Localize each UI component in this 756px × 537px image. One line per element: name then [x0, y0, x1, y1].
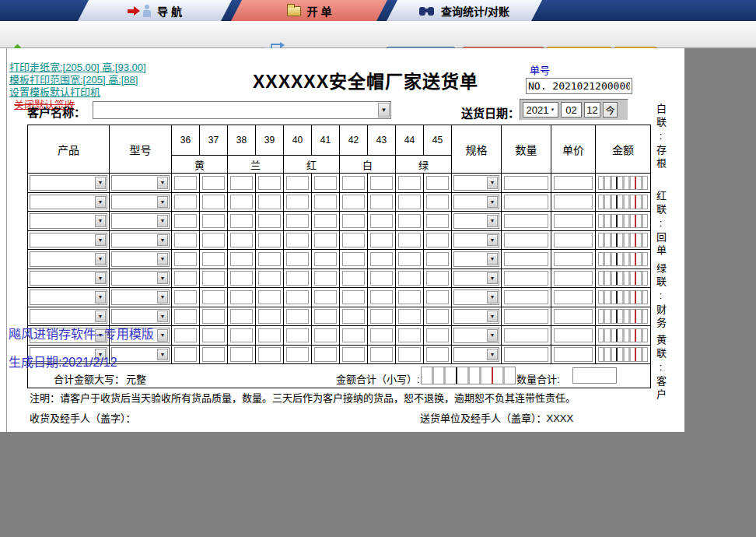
size-qty-input[interactable] — [286, 271, 309, 286]
size-qty-input[interactable] — [230, 176, 253, 191]
product-combo[interactable]: ▼ — [30, 251, 107, 267]
customer-combo[interactable]: ▼ — [93, 101, 391, 119]
product-combo[interactable]: ▼ — [30, 290, 107, 305]
model-combo[interactable]: ▼ — [111, 251, 170, 267]
size-qty-input[interactable] — [398, 233, 421, 247]
chevron-down-icon[interactable]: ▼ — [95, 311, 106, 323]
qty-input[interactable] — [504, 309, 548, 324]
spec-combo[interactable]: ▼ — [453, 309, 499, 325]
size-qty-input[interactable] — [286, 195, 309, 209]
size-qty-input[interactable] — [398, 328, 421, 343]
tab-billing[interactable]: 开 单 — [231, 0, 387, 21]
size-qty-input[interactable] — [286, 252, 309, 267]
qty-input[interactable] — [504, 252, 548, 267]
size-qty-input[interactable] — [314, 233, 337, 247]
product-combo[interactable]: ▼ — [30, 233, 107, 248]
price-input[interactable] — [554, 214, 593, 229]
qty-input[interactable] — [504, 290, 548, 305]
size-qty-input[interactable] — [314, 328, 337, 343]
model-combo[interactable]: ▼ — [111, 233, 170, 248]
size-qty-input[interactable] — [202, 195, 225, 209]
size-qty-input[interactable] — [426, 214, 449, 229]
size-qty-input[interactable] — [230, 347, 253, 362]
product-combo[interactable]: ▼ — [30, 175, 107, 191]
size-qty-input[interactable] — [202, 176, 225, 191]
size-qty-input[interactable] — [342, 309, 365, 324]
qty-input[interactable] — [504, 195, 548, 209]
chevron-down-icon[interactable]: ▼ — [157, 177, 168, 189]
size-qty-input[interactable] — [314, 271, 337, 286]
chevron-down-icon[interactable]: ▼ — [487, 349, 498, 361]
spec-combo[interactable]: ▼ — [453, 271, 499, 286]
size-qty-input[interactable] — [286, 214, 309, 229]
price-input[interactable] — [554, 233, 593, 247]
size-qty-input[interactable] — [258, 176, 281, 191]
spec-combo[interactable]: ▼ — [453, 195, 499, 210]
size-qty-input[interactable] — [398, 309, 421, 324]
size-qty-input[interactable] — [314, 347, 337, 362]
size-qty-input[interactable] — [230, 233, 253, 247]
size-qty-input[interactable] — [202, 328, 225, 343]
size-qty-input[interactable] — [230, 252, 253, 267]
size-qty-input[interactable] — [314, 195, 337, 209]
spec-combo[interactable]: ▼ — [453, 213, 499, 229]
size-qty-input[interactable] — [426, 271, 449, 286]
size-qty-input[interactable] — [314, 309, 337, 324]
size-qty-input[interactable] — [370, 328, 393, 343]
size-qty-input[interactable] — [258, 271, 281, 286]
size-qty-input[interactable] — [370, 233, 393, 247]
chevron-down-icon[interactable]: ▼ — [487, 291, 498, 304]
size-qty-input[interactable] — [286, 309, 309, 324]
size-qty-input[interactable] — [370, 214, 393, 229]
chevron-down-icon[interactable]: ▼ — [95, 177, 106, 189]
spec-combo[interactable]: ▼ — [453, 233, 499, 248]
size-qty-input[interactable] — [230, 271, 253, 286]
date-month-field[interactable]: 02 — [561, 102, 582, 118]
price-input[interactable] — [554, 347, 593, 362]
size-qty-input[interactable] — [258, 347, 281, 362]
size-qty-input[interactable] — [398, 290, 421, 305]
chevron-down-icon[interactable]: ▼ — [157, 234, 168, 247]
size-qty-input[interactable] — [258, 195, 281, 209]
size-qty-input[interactable] — [370, 195, 393, 209]
chevron-down-icon[interactable]: ▼ — [157, 349, 168, 361]
model-combo[interactable]: ▼ — [111, 195, 170, 210]
price-input[interactable] — [554, 195, 593, 209]
product-combo[interactable]: ▼ — [30, 309, 107, 325]
chevron-down-icon[interactable]: ▼ — [487, 177, 498, 189]
size-qty-input[interactable] — [342, 214, 365, 229]
price-input[interactable] — [554, 290, 593, 305]
size-qty-input[interactable] — [230, 214, 253, 229]
chevron-down-icon[interactable]: ▼ — [95, 253, 106, 265]
chevron-down-icon[interactable]: ▼ — [487, 329, 498, 342]
size-qty-input[interactable] — [174, 176, 197, 191]
chevron-down-icon[interactable]: ▼ — [487, 311, 498, 323]
chevron-down-icon[interactable]: ▼ — [95, 215, 106, 227]
qty-total-input[interactable] — [572, 367, 617, 384]
size-qty-input[interactable] — [174, 252, 197, 267]
size-qty-input[interactable] — [174, 271, 197, 286]
chevron-down-icon[interactable]: ▼ — [378, 103, 390, 118]
today-button[interactable]: 今 — [603, 102, 618, 118]
chevron-down-icon[interactable]: ▼ — [95, 196, 106, 209]
date-year-select[interactable]: 2021▼ — [523, 102, 558, 118]
price-input[interactable] — [554, 271, 593, 286]
size-qty-input[interactable] — [174, 233, 197, 247]
size-qty-input[interactable] — [202, 271, 225, 286]
chevron-down-icon[interactable]: ▼ — [487, 234, 498, 247]
size-qty-input[interactable] — [286, 328, 309, 343]
chevron-down-icon[interactable]: ▼ — [487, 253, 498, 265]
size-qty-input[interactable] — [202, 347, 225, 362]
size-qty-input[interactable] — [370, 176, 393, 191]
size-qty-input[interactable] — [370, 309, 393, 324]
size-qty-input[interactable] — [202, 290, 225, 305]
size-qty-input[interactable] — [398, 214, 421, 229]
size-qty-input[interactable] — [426, 195, 449, 209]
size-qty-input[interactable] — [398, 347, 421, 362]
product-combo[interactable]: ▼ — [30, 213, 107, 229]
price-input[interactable] — [554, 309, 593, 324]
size-qty-input[interactable] — [258, 214, 281, 229]
price-input[interactable] — [554, 328, 593, 343]
price-input[interactable] — [554, 252, 593, 267]
size-qty-input[interactable] — [342, 233, 365, 247]
